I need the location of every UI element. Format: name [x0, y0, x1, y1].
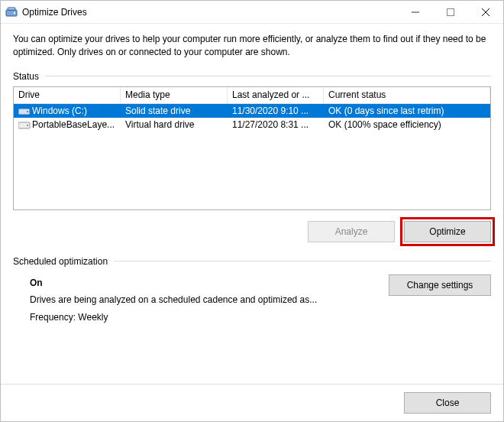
media-type-cell: Virtual hard drive: [121, 118, 228, 131]
drive-name: Windows (C:): [32, 106, 87, 116]
column-header-status[interactable]: Current status: [324, 87, 490, 103]
minimize-icon: [412, 8, 419, 16]
drive-icon: [18, 106, 31, 115]
drive-name-cell: PortableBaseLaye...: [14, 118, 121, 131]
action-button-row: Analyze Optimize: [13, 221, 491, 242]
column-header-last[interactable]: Last analyzed or ...: [228, 87, 324, 103]
last-analyzed-cell: 11/27/2020 8:31 ...: [228, 118, 324, 131]
scheduled-frequency: Frequency: Weekly: [30, 309, 373, 326]
change-settings-button[interactable]: Change settings: [389, 274, 491, 296]
media-type-cell: Solid state drive: [121, 105, 228, 117]
close-button[interactable]: Close: [404, 392, 491, 414]
drive-row[interactable]: PortableBaseLaye... Virtual hard drive 1…: [14, 118, 490, 131]
drive-row[interactable]: Windows (C:) Solid state drive 11/30/202…: [14, 104, 490, 118]
svg-rect-2: [8, 8, 15, 10]
drive-name-cell: Windows (C:): [14, 105, 121, 117]
scheduled-label-text: Scheduled optimization: [13, 256, 108, 267]
svg-rect-4: [447, 8, 454, 15]
optimize-button[interactable]: Optimize: [404, 221, 491, 242]
column-header-media[interactable]: Media type: [121, 87, 228, 103]
column-header-drive[interactable]: Drive: [14, 87, 121, 103]
list-header: Drive Media type Last analyzed or ... Cu…: [14, 87, 490, 104]
optimize-drives-window: Optimize Drives You can optimize your dr…: [0, 0, 504, 422]
minimize-button[interactable]: [398, 1, 433, 24]
status-group-label: Status: [13, 71, 491, 82]
current-status-cell: OK (100% space efficiency): [324, 118, 490, 131]
svg-point-8: [27, 111, 28, 112]
drive-icon: [18, 120, 31, 129]
last-analyzed-cell: 11/30/2020 9:10 ...: [228, 105, 324, 117]
svg-point-1: [14, 11, 15, 13]
drive-name: PortableBaseLaye...: [32, 119, 115, 130]
divider: [45, 76, 491, 76]
status-label-text: Status: [13, 71, 39, 82]
scheduled-detail: Drives are being analyzed on a scheduled…: [30, 291, 373, 309]
app-icon: [5, 6, 18, 18]
divider: [114, 261, 491, 261]
window-title: Optimize Drives: [22, 7, 87, 18]
close-window-button[interactable]: [468, 1, 503, 24]
scheduled-group-label: Scheduled optimization: [13, 256, 491, 267]
scheduled-text: On Drives are being analyzed on a schedu…: [30, 274, 373, 326]
bottom-bar: Close: [1, 384, 503, 421]
description-text: You can optimize your drives to help you…: [13, 33, 491, 59]
scheduled-on-label: On: [30, 274, 373, 292]
titlebar: Optimize Drives: [1, 1, 503, 24]
maximize-icon: [447, 8, 454, 16]
content-area: You can optimize your drives to help you…: [1, 24, 503, 384]
current-status-cell: OK (0 days since last retrim): [324, 105, 490, 117]
maximize-button[interactable]: [433, 1, 468, 24]
analyze-button[interactable]: Analyze: [308, 221, 395, 242]
svg-point-10: [27, 125, 28, 126]
close-icon: [482, 8, 489, 16]
scheduled-body: On Drives are being analyzed on a schedu…: [13, 271, 491, 326]
drives-list[interactable]: Drive Media type Last analyzed or ... Cu…: [13, 86, 491, 210]
